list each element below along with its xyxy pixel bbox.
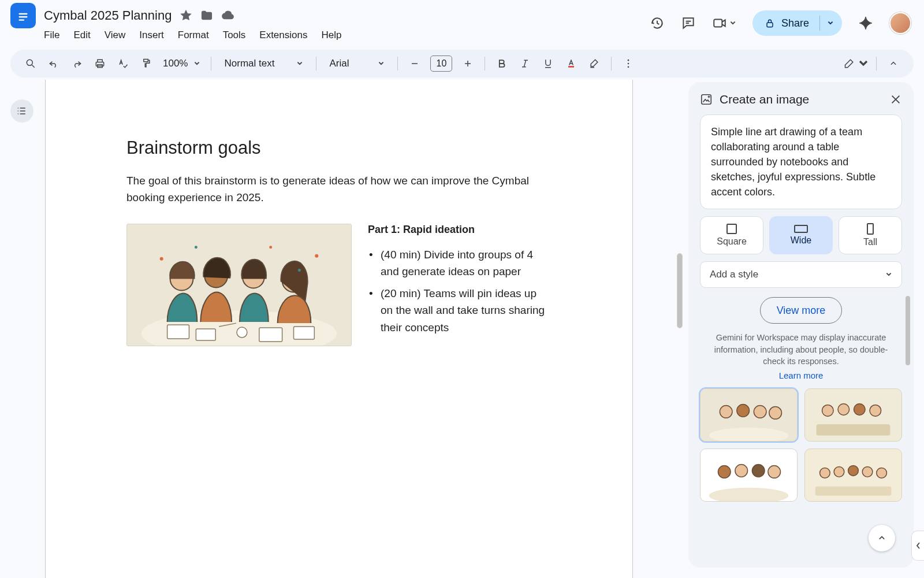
share-button[interactable]: Share xyxy=(752,10,842,36)
font-family-dropdown[interactable]: Arial xyxy=(323,58,390,69)
aspect-wide[interactable]: Wide xyxy=(769,216,833,254)
panel-title: Create an image xyxy=(720,92,882,106)
editing-mode-dropdown[interactable] xyxy=(844,54,869,73)
redo-icon[interactable] xyxy=(67,54,87,73)
section-title[interactable]: Part 1: Rapid ideation xyxy=(368,224,552,236)
font-size-input[interactable]: 10 xyxy=(430,55,452,72)
menu-tools[interactable]: Tools xyxy=(223,29,246,41)
aspect-tall[interactable]: Tall xyxy=(839,216,902,254)
menu-extensions[interactable]: Extensions xyxy=(259,29,307,41)
svg-point-12 xyxy=(628,66,629,68)
svg-point-28 xyxy=(315,254,318,258)
svg-point-40 xyxy=(822,405,833,417)
paragraph-style-value: Normal text xyxy=(224,58,274,69)
svg-point-55 xyxy=(862,467,873,477)
chevron-down-icon xyxy=(885,271,892,278)
chevron-down-icon xyxy=(378,60,385,67)
bold-button[interactable] xyxy=(492,54,512,73)
paint-format-icon[interactable] xyxy=(136,54,156,73)
svg-point-37 xyxy=(769,407,782,420)
menu-edit[interactable]: Edit xyxy=(73,29,90,41)
search-menus-icon[interactable] xyxy=(21,54,40,73)
text-color-button[interactable] xyxy=(561,54,581,73)
underline-button[interactable] xyxy=(538,54,558,73)
doc-intro-paragraph[interactable]: The goal of this brainstorm is to genera… xyxy=(126,172,552,206)
wide-icon xyxy=(794,225,808,233)
svg-point-52 xyxy=(820,468,830,479)
docs-logo-icon[interactable] xyxy=(10,3,36,28)
toolbar: 100% Normal text Arial 10 xyxy=(10,50,914,77)
chevron-down-icon[interactable] xyxy=(827,20,834,27)
zoom-dropdown[interactable]: 100% xyxy=(159,58,204,69)
increase-font-size[interactable] xyxy=(458,54,478,73)
menu-help[interactable]: Help xyxy=(321,29,341,41)
comments-icon[interactable] xyxy=(681,16,696,31)
history-icon[interactable] xyxy=(650,16,665,31)
generated-image-4[interactable] xyxy=(804,449,902,502)
gemini-spark-icon[interactable] xyxy=(858,16,873,31)
print-icon[interactable] xyxy=(90,54,110,73)
star-icon[interactable] xyxy=(180,9,192,22)
expand-side-panel-button[interactable] xyxy=(911,531,924,561)
panel-scrollbar[interactable] xyxy=(906,123,911,556)
chevron-down-icon xyxy=(729,20,736,27)
meet-dropdown[interactable] xyxy=(712,16,736,31)
generated-image-2[interactable] xyxy=(804,388,902,442)
learn-more-link[interactable]: Learn more xyxy=(700,370,902,380)
list-item[interactable]: (40 min) Divide into groups of 4 and gen… xyxy=(381,246,552,280)
svg-point-46 xyxy=(718,466,731,479)
svg-rect-3 xyxy=(19,19,25,20)
style-value: Add a style xyxy=(710,269,758,280)
list-item[interactable]: (20 min) Teams will pin ideas up on the … xyxy=(381,285,552,336)
document-scrollbar[interactable] xyxy=(676,80,684,578)
italic-button[interactable] xyxy=(515,54,535,73)
document-title[interactable]: Cymbal 2025 Planning xyxy=(44,8,172,23)
svg-rect-25 xyxy=(294,327,315,339)
svg-point-29 xyxy=(269,246,272,249)
account-avatar[interactable] xyxy=(889,12,911,34)
show-outline-button[interactable] xyxy=(10,99,33,123)
svg-rect-23 xyxy=(196,329,215,340)
svg-point-35 xyxy=(737,405,750,417)
highlight-color-button[interactable] xyxy=(584,54,604,73)
svg-point-56 xyxy=(877,468,887,479)
svg-point-48 xyxy=(752,465,765,477)
generated-image-1[interactable] xyxy=(700,388,798,442)
paragraph-style-dropdown[interactable]: Normal text xyxy=(218,58,309,69)
chevron-down-icon xyxy=(193,60,200,67)
svg-rect-22 xyxy=(167,325,189,339)
menu-insert[interactable]: Insert xyxy=(139,29,164,41)
svg-point-14 xyxy=(18,110,19,112)
tall-icon xyxy=(867,223,874,235)
close-icon[interactable] xyxy=(889,93,902,106)
document-canvas[interactable]: Brainstorm goals The goal of this brains… xyxy=(43,80,676,578)
svg-point-47 xyxy=(735,465,748,477)
menu-file[interactable]: File xyxy=(44,29,59,41)
inserted-image[interactable] xyxy=(126,224,352,346)
more-tools-icon[interactable] xyxy=(619,54,638,73)
chevron-down-icon xyxy=(296,60,303,67)
generated-image-3[interactable] xyxy=(700,449,798,502)
bulleted-list[interactable]: (40 min) Divide into groups of 4 and gen… xyxy=(368,246,552,336)
spellcheck-icon[interactable] xyxy=(113,54,133,73)
image-spark-icon xyxy=(700,93,713,106)
menu-view[interactable]: View xyxy=(105,29,126,41)
svg-point-30 xyxy=(195,246,198,249)
create-image-panel: Create an image Simple line art drawing … xyxy=(688,82,914,568)
collapse-toolbar-icon[interactable] xyxy=(884,54,903,73)
svg-rect-57 xyxy=(815,487,892,496)
move-folder-icon[interactable] xyxy=(200,9,213,22)
svg-point-42 xyxy=(854,404,865,416)
svg-rect-5 xyxy=(767,23,773,27)
view-more-button[interactable]: View more xyxy=(760,297,843,324)
scroll-to-top-button[interactable] xyxy=(869,525,895,551)
decrease-font-size[interactable] xyxy=(405,54,424,73)
undo-icon[interactable] xyxy=(44,54,64,73)
cloud-saved-icon[interactable] xyxy=(221,9,234,22)
doc-heading[interactable]: Brainstorm goals xyxy=(126,138,552,158)
svg-rect-4 xyxy=(714,20,722,27)
aspect-square[interactable]: Square xyxy=(700,216,763,254)
image-prompt-input[interactable]: Simple line art drawing of a team collab… xyxy=(700,114,902,209)
menu-format[interactable]: Format xyxy=(178,29,209,41)
style-dropdown[interactable]: Add a style xyxy=(700,261,902,288)
